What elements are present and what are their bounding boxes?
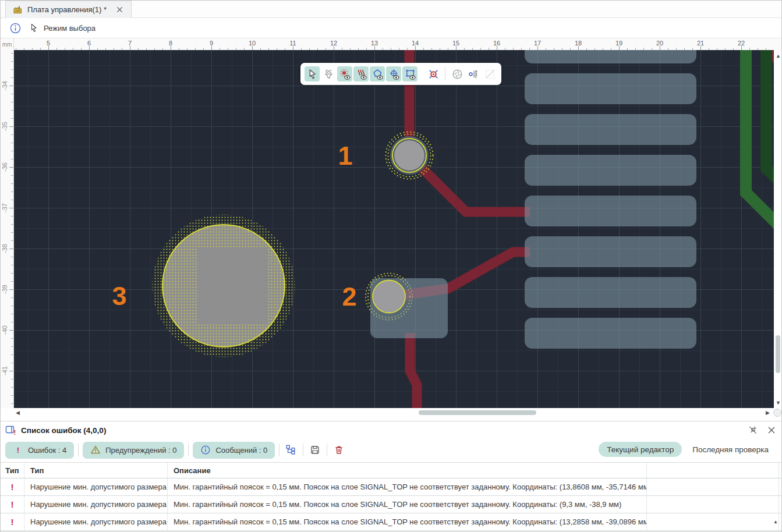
select-button[interactable] — [305, 66, 320, 81]
pad-3-drc-violation[interactable] — [157, 219, 290, 352]
error-row[interactable]: !Нарушение мин. допустимого размераМин. … — [1, 513, 782, 531]
pcb-editor-window: Плата управления(1) * Режим выбора mm 56… — [0, 0, 782, 532]
error-row[interactable]: !Нарушение мин. допустимого размераМин. … — [1, 496, 782, 513]
column-header-2[interactable]: Тип — [24, 463, 168, 478]
ruler-tick — [11, 338, 13, 339]
error-source-toggle: Текущий редакторПоследняя проверка — [599, 442, 777, 457]
ruler-label: -36 — [1, 155, 9, 179]
aperture-button[interactable] — [450, 66, 465, 81]
ruler-tick — [9, 208, 13, 208]
vias-visibility-icon — [388, 68, 400, 80]
ruler-tick — [9, 289, 13, 290]
error-type-cell: Нарушение мин. допустимого размера — [24, 478, 168, 495]
ruler-tick — [11, 102, 13, 102]
horizontal-ruler: mm 5678910111213141516171819202122 — [1, 38, 782, 50]
column-header-1[interactable]: Тип — [1, 463, 24, 478]
current-mode-indicator: Режим выбора — [29, 23, 95, 33]
polygons-visibility-icon — [371, 68, 384, 80]
ruler-label: 6 — [77, 40, 101, 47]
vias-visibility-button[interactable] — [386, 66, 401, 81]
tab-board-editor[interactable]: Плата управления(1) * — [5, 1, 132, 18]
ruler-tick — [11, 232, 13, 233]
close-panel-button[interactable] — [765, 424, 778, 437]
messages-filter-button[interactable]: Сообщений : 0 — [193, 442, 275, 459]
ruler-tick — [11, 403, 13, 404]
ruler-label: -34 — [1, 74, 9, 97]
ruler-tick — [11, 94, 13, 94]
save-report-icon — [310, 445, 320, 455]
drc-markers-button[interactable] — [426, 66, 441, 81]
toolbar-separator — [303, 444, 303, 456]
measure-icon — [484, 68, 496, 80]
pads-visibility-button[interactable] — [337, 66, 352, 81]
traces-visibility-button[interactable] — [353, 66, 369, 81]
column-header-3[interactable]: Описание — [168, 463, 647, 478]
table-scroll-up-icon[interactable]: ▲ — [773, 519, 778, 524]
drc-markers-icon — [427, 68, 440, 80]
dc-filter-button[interactable]: DC — [321, 66, 336, 81]
ruler-label: 17 — [526, 40, 549, 47]
mode-label: Режим выбора — [44, 24, 95, 33]
polygons-visibility-button[interactable] — [370, 66, 385, 81]
ruler-tick — [11, 143, 13, 143]
vertical-scroll-thumb[interactable] — [776, 335, 780, 373]
info-button[interactable] — [8, 20, 23, 36]
ruler-label: -40 — [1, 318, 9, 342]
ruler-tick — [11, 191, 13, 192]
ruler-tick — [11, 346, 13, 347]
warnings-filter-button[interactable]: Предупреждений : 0 — [83, 442, 184, 459]
ruler-tick — [660, 46, 660, 50]
error-row[interactable]: !Нарушение мин. допустимого размераМин. … — [1, 478, 782, 496]
visibility-toolbar: DC — [300, 63, 501, 85]
ruler-label: 21 — [689, 40, 712, 47]
aperture-icon — [451, 68, 463, 80]
cursor-icon — [29, 23, 39, 33]
scroll-up-icon[interactable]: ▲ — [776, 51, 781, 61]
toolbar-separator — [445, 67, 445, 81]
regions-visibility-button[interactable] — [402, 66, 417, 81]
scroll-left-icon[interactable]: ◀ — [16, 408, 20, 417]
ruler-tick — [741, 46, 742, 50]
error-table-body: !Нарушение мин. допустимого размераМин. … — [1, 478, 782, 531]
scroll-right-icon[interactable]: ▶ — [766, 408, 770, 417]
editor-toolbar: Режим выбора — [1, 18, 782, 38]
errors-filter-label: Ошибок : 4 — [28, 446, 66, 455]
drill-holes-button[interactable] — [466, 66, 481, 81]
view-tab-current-editor[interactable]: Текущий редактор — [599, 442, 682, 457]
ruler-tick — [334, 46, 334, 50]
info-icon — [10, 23, 21, 34]
ruler-label: 5 — [37, 40, 60, 47]
ruler-label: 22 — [730, 40, 753, 47]
save-report-button[interactable] — [307, 442, 323, 457]
measure-button[interactable] — [482, 66, 497, 81]
ruler-label: 10 — [240, 40, 264, 47]
tab-close-icon[interactable] — [115, 5, 124, 15]
table-scrollbar[interactable]: ▲ ▼ — [772, 519, 781, 532]
row-spacer-cell — [647, 496, 779, 513]
view-tab-last-check[interactable]: Последняя проверка — [684, 442, 777, 457]
clear-errors-button[interactable] — [331, 442, 346, 457]
pads-visibility-icon — [339, 68, 351, 80]
group-by-tree-button[interactable] — [284, 442, 299, 457]
error-marker-2: 2 — [335, 282, 363, 312]
horizontal-scrollbar[interactable]: ◀ ▶ — [1, 408, 774, 417]
vertical-scrollbar[interactable]: ▲ ▼ — [774, 50, 782, 408]
pin-panel-button[interactable] — [746, 424, 759, 437]
horizontal-scroll-thumb[interactable] — [419, 410, 536, 415]
ruler-tick — [11, 118, 13, 119]
dc-filter-icon: DC — [323, 68, 335, 80]
tab-bar: Плата управления(1) * — [1, 1, 782, 18]
ruler-tick — [11, 77, 13, 78]
ruler-tick — [11, 322, 13, 322]
pcb-canvas[interactable]: 1 2 3 DC — [14, 50, 774, 408]
ruler-tick — [415, 46, 416, 50]
ruler-tick — [11, 134, 13, 135]
scroll-down-icon[interactable]: ▼ — [776, 398, 781, 407]
ruler-label: 14 — [404, 40, 427, 47]
ruler-label: 16 — [485, 40, 508, 47]
svg-text:DC: DC — [325, 69, 331, 73]
ruler-unit-label: mm — [1, 38, 14, 51]
errors-filter-button[interactable]: !Ошибок : 4 — [5, 442, 74, 459]
pad-2-drc-violation[interactable] — [366, 274, 448, 339]
ruler-tick — [11, 257, 13, 257]
